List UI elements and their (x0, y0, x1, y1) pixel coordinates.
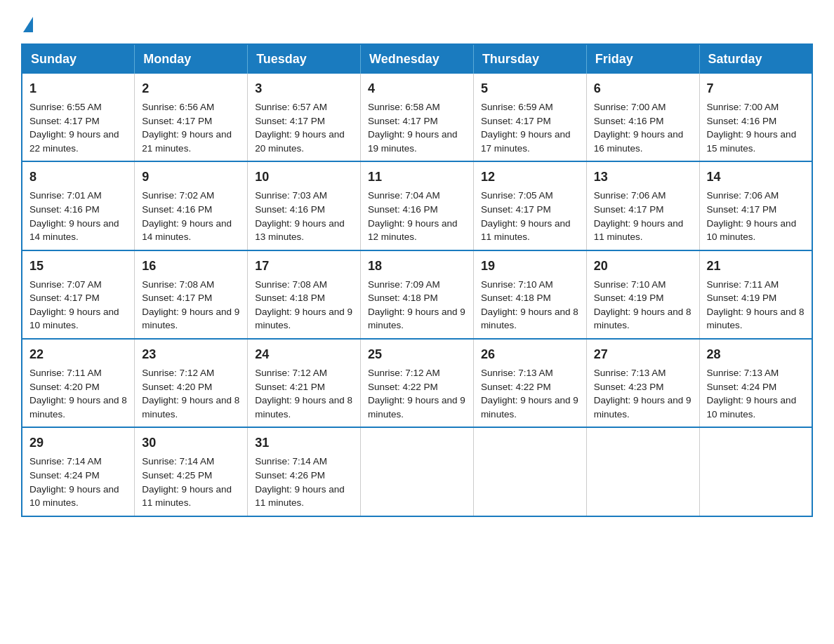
daylight-label: Daylight: 9 hours and 19 minutes. (368, 129, 458, 154)
day-of-week-header: Saturday (699, 44, 812, 74)
calendar-day-cell (586, 427, 699, 516)
day-number: 27 (594, 345, 692, 363)
calendar-day-cell: 8 Sunrise: 7:01 AM Sunset: 4:16 PM Dayli… (22, 161, 135, 250)
daylight-label: Daylight: 9 hours and 15 minutes. (707, 129, 797, 154)
day-of-week-header: Wednesday (361, 44, 474, 74)
calendar-day-cell: 21 Sunrise: 7:11 AM Sunset: 4:19 PM Dayl… (699, 250, 812, 339)
daylight-label: Daylight: 9 hours and 10 minutes. (29, 484, 119, 509)
sunrise-label: Sunrise: 7:12 AM (255, 368, 327, 378)
sunrise-label: Sunrise: 7:13 AM (481, 368, 553, 378)
calendar-day-cell: 9 Sunrise: 7:02 AM Sunset: 4:16 PM Dayli… (135, 161, 248, 250)
sunset-label: Sunset: 4:17 PM (481, 204, 551, 215)
sunset-label: Sunset: 4:16 PM (707, 116, 777, 126)
sunrise-label: Sunrise: 6:57 AM (255, 102, 327, 112)
daylight-label: Daylight: 9 hours and 11 minutes. (142, 484, 232, 509)
calendar-day-cell: 15 Sunrise: 7:07 AM Sunset: 4:17 PM Dayl… (22, 250, 135, 339)
sunset-label: Sunset: 4:17 PM (142, 293, 212, 303)
daylight-label: Daylight: 9 hours and 11 minutes. (594, 218, 684, 243)
calendar-day-cell: 18 Sunrise: 7:09 AM Sunset: 4:18 PM Dayl… (361, 250, 474, 339)
sunrise-label: Sunrise: 7:11 AM (707, 279, 779, 290)
sunset-label: Sunset: 4:16 PM (368, 204, 438, 215)
day-number: 8 (29, 168, 127, 186)
daylight-label: Daylight: 9 hours and 12 minutes. (368, 218, 458, 243)
daylight-label: Daylight: 9 hours and 8 minutes. (255, 395, 352, 420)
day-number: 16 (142, 257, 240, 275)
day-number: 31 (255, 434, 353, 452)
day-number: 9 (142, 168, 240, 186)
sunrise-label: Sunrise: 7:06 AM (594, 190, 666, 201)
daylight-label: Daylight: 9 hours and 10 minutes. (29, 307, 119, 331)
day-number: 25 (368, 345, 466, 363)
sunset-label: Sunset: 4:17 PM (368, 116, 438, 126)
sunset-label: Sunset: 4:18 PM (368, 293, 438, 303)
calendar-day-cell: 3 Sunrise: 6:57 AM Sunset: 4:17 PM Dayli… (248, 74, 361, 161)
calendar-header-row: SundayMondayTuesdayWednesdayThursdayFrid… (22, 44, 812, 74)
sunrise-label: Sunrise: 7:03 AM (255, 190, 327, 201)
day-number: 22 (29, 345, 127, 363)
sunrise-label: Sunrise: 7:14 AM (29, 456, 102, 467)
sunrise-label: Sunrise: 7:04 AM (368, 190, 440, 201)
daylight-label: Daylight: 9 hours and 9 minutes. (255, 307, 352, 331)
calendar-day-cell: 20 Sunrise: 7:10 AM Sunset: 4:19 PM Dayl… (586, 250, 699, 339)
daylight-label: Daylight: 9 hours and 9 minutes. (368, 395, 465, 420)
sunrise-label: Sunrise: 7:13 AM (707, 368, 779, 378)
daylight-label: Daylight: 9 hours and 8 minutes. (142, 395, 239, 420)
daylight-label: Daylight: 9 hours and 9 minutes. (368, 307, 465, 331)
sunrise-label: Sunrise: 6:56 AM (142, 102, 214, 112)
sunset-label: Sunset: 4:18 PM (481, 293, 551, 303)
calendar-day-cell: 24 Sunrise: 7:12 AM Sunset: 4:21 PM Dayl… (248, 339, 361, 427)
sunset-label: Sunset: 4:24 PM (29, 470, 100, 481)
sunset-label: Sunset: 4:25 PM (142, 470, 212, 481)
daylight-label: Daylight: 9 hours and 9 minutes. (142, 307, 239, 331)
day-number: 1 (29, 79, 127, 98)
calendar-day-cell: 13 Sunrise: 7:06 AM Sunset: 4:17 PM Dayl… (586, 161, 699, 250)
calendar-day-cell: 22 Sunrise: 7:11 AM Sunset: 4:20 PM Dayl… (22, 339, 135, 427)
day-number: 14 (707, 168, 805, 186)
sunset-label: Sunset: 4:16 PM (594, 116, 664, 126)
day-number: 6 (594, 79, 692, 98)
sunrise-label: Sunrise: 7:13 AM (594, 368, 666, 378)
calendar-table: SundayMondayTuesdayWednesdayThursdayFrid… (21, 43, 813, 517)
calendar-week-row: 22 Sunrise: 7:11 AM Sunset: 4:20 PM Dayl… (22, 339, 812, 427)
day-number: 2 (142, 79, 240, 98)
calendar-day-cell: 5 Sunrise: 6:59 AM Sunset: 4:17 PM Dayli… (473, 74, 586, 161)
daylight-label: Daylight: 9 hours and 16 minutes. (594, 129, 684, 154)
daylight-label: Daylight: 9 hours and 14 minutes. (142, 218, 232, 243)
daylight-label: Daylight: 9 hours and 8 minutes. (707, 307, 805, 331)
day-number: 15 (29, 257, 127, 275)
sunset-label: Sunset: 4:22 PM (481, 382, 551, 392)
sunrise-label: Sunrise: 6:59 AM (481, 102, 553, 112)
calendar-day-cell: 4 Sunrise: 6:58 AM Sunset: 4:17 PM Dayli… (361, 74, 474, 161)
sunrise-label: Sunrise: 6:55 AM (29, 102, 102, 112)
sunset-label: Sunset: 4:17 PM (707, 204, 777, 215)
day-of-week-header: Friday (586, 44, 699, 74)
sunrise-label: Sunrise: 7:08 AM (255, 279, 327, 290)
day-number: 12 (481, 168, 579, 186)
sunrise-label: Sunrise: 7:09 AM (368, 279, 440, 290)
calendar-week-row: 15 Sunrise: 7:07 AM Sunset: 4:17 PM Dayl… (22, 250, 812, 339)
sunset-label: Sunset: 4:21 PM (255, 382, 325, 392)
sunset-label: Sunset: 4:17 PM (255, 116, 325, 126)
sunset-label: Sunset: 4:17 PM (29, 116, 100, 126)
daylight-label: Daylight: 9 hours and 11 minutes. (255, 484, 345, 509)
day-number: 28 (707, 345, 805, 363)
daylight-label: Daylight: 9 hours and 9 minutes. (481, 395, 578, 420)
day-number: 20 (594, 257, 692, 275)
logo-triangle-icon (23, 17, 33, 32)
sunrise-label: Sunrise: 7:00 AM (707, 102, 779, 112)
sunset-label: Sunset: 4:16 PM (29, 204, 100, 215)
sunrise-label: Sunrise: 7:07 AM (29, 279, 102, 290)
sunrise-label: Sunrise: 6:58 AM (368, 102, 440, 112)
calendar-day-cell: 2 Sunrise: 6:56 AM Sunset: 4:17 PM Dayli… (135, 74, 248, 161)
calendar-day-cell: 27 Sunrise: 7:13 AM Sunset: 4:23 PM Dayl… (586, 339, 699, 427)
sunrise-label: Sunrise: 7:12 AM (368, 368, 440, 378)
sunrise-label: Sunrise: 7:12 AM (142, 368, 214, 378)
calendar-day-cell (699, 427, 812, 516)
sunrise-label: Sunrise: 7:02 AM (142, 190, 214, 201)
calendar-day-cell: 6 Sunrise: 7:00 AM Sunset: 4:16 PM Dayli… (586, 74, 699, 161)
sunrise-label: Sunrise: 7:00 AM (594, 102, 666, 112)
sunrise-label: Sunrise: 7:11 AM (29, 368, 102, 378)
calendar-day-cell: 28 Sunrise: 7:13 AM Sunset: 4:24 PM Dayl… (699, 339, 812, 427)
daylight-label: Daylight: 9 hours and 14 minutes. (29, 218, 119, 243)
day-number: 29 (29, 434, 127, 452)
